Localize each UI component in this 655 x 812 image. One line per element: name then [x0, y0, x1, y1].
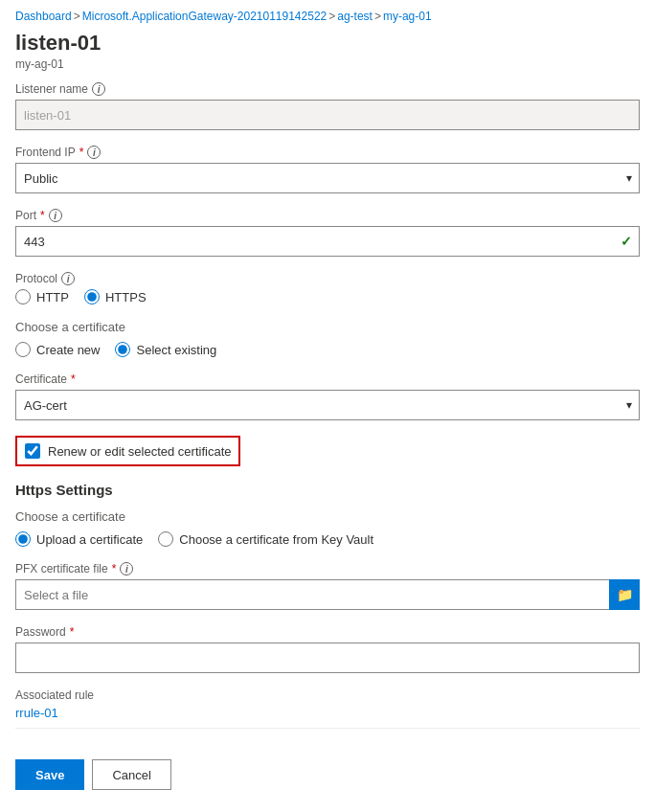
select-existing-radio[interactable] [115, 342, 130, 357]
protocol-http-radio[interactable] [15, 289, 31, 304]
choose-certificate-label: Choose a certificate [15, 320, 640, 334]
button-row: Save Cancel [0, 744, 655, 805]
pfx-file-input-wrapper: 📁 [15, 579, 640, 610]
password-label: Password * [15, 625, 640, 639]
port-check-icon: ✓ [621, 234, 632, 249]
frontend-ip-info-icon[interactable]: i [87, 146, 101, 159]
password-input[interactable] [15, 643, 640, 673]
https-cert-radio-group: Upload a certificate Choose a certificat… [15, 531, 640, 547]
password-group: Password * [15, 625, 640, 673]
frontend-ip-select[interactable]: Public Private [15, 163, 640, 193]
keyvault-cert-radio[interactable] [158, 531, 173, 547]
cancel-button[interactable]: Cancel [92, 759, 170, 790]
renew-edit-checkbox[interactable] [25, 443, 40, 459]
https-settings-group: Https Settings Choose a certificate Uplo… [15, 482, 640, 547]
protocol-info-icon[interactable]: i [61, 272, 75, 285]
pfx-file-browse-button[interactable]: 📁 [609, 579, 640, 610]
create-new-radio[interactable] [15, 342, 31, 357]
port-group: Port * i ✓ [15, 209, 640, 257]
listener-name-info-icon[interactable]: i [92, 82, 105, 96]
https-settings-title: Https Settings [15, 482, 640, 498]
protocol-http-option[interactable]: HTTP [15, 289, 69, 304]
breadcrumb: Dashboard > Microsoft.ApplicationGateway… [0, 0, 655, 27]
certificate-select-wrapper: AG-cert ▾ [15, 390, 640, 420]
certificate-select[interactable]: AG-cert [15, 390, 640, 420]
pfx-file-label: PFX certificate file * i [15, 562, 640, 575]
renew-edit-checkbox-row[interactable]: Renew or edit selected certificate [15, 436, 240, 466]
breadcrumb-dashboard[interactable]: Dashboard [15, 10, 72, 23]
https-choose-cert-label: Choose a certificate [15, 509, 640, 524]
pfx-file-group: PFX certificate file * i 📁 [15, 562, 640, 610]
port-label: Port * i [15, 209, 640, 222]
protocol-label: Protocol i [15, 272, 640, 285]
frontend-ip-select-wrapper: Public Private ▾ [15, 163, 640, 193]
protocol-radio-group: HTTP HTTPS [15, 289, 640, 304]
folder-icon: 📁 [617, 587, 633, 602]
upload-cert-radio[interactable] [15, 531, 31, 547]
frontend-ip-group: Frontend IP * i Public Private ▾ [15, 146, 640, 193]
certificate-group: Certificate * AG-cert ▾ [15, 372, 640, 420]
port-input[interactable] [15, 226, 640, 257]
save-button[interactable]: Save [15, 759, 84, 790]
certificate-label: Certificate * [15, 372, 640, 386]
choose-certificate-group: Choose a certificate Create new Select e… [15, 320, 640, 357]
page-subtitle: my-ag-01 [0, 57, 655, 82]
port-info-icon[interactable]: i [49, 209, 62, 222]
page-title: listen-01 [0, 27, 655, 57]
protocol-https-option[interactable]: HTTPS [84, 289, 147, 304]
frontend-ip-label: Frontend IP * i [15, 146, 640, 159]
associated-rule-group: Associated rule rrule-01 [15, 688, 640, 729]
listener-name-group: Listener name i [15, 82, 640, 130]
protocol-https-radio[interactable] [84, 289, 100, 304]
create-new-option[interactable]: Create new [15, 342, 100, 357]
breadcrumb-gateway[interactable]: Microsoft.ApplicationGateway-20210119142… [82, 10, 328, 23]
upload-cert-option[interactable]: Upload a certificate [15, 531, 143, 547]
associated-rule-link[interactable]: rrule-01 [15, 706, 640, 729]
keyvault-cert-option[interactable]: Choose a certificate from Key Vault [158, 531, 373, 547]
renew-edit-label: Renew or edit selected certificate [48, 444, 231, 459]
breadcrumb-my-ag-01[interactable]: my-ag-01 [383, 10, 432, 23]
listener-name-input[interactable] [15, 100, 640, 130]
pfx-file-input[interactable] [15, 579, 609, 610]
protocol-group: Protocol i HTTP HTTPS [15, 272, 640, 304]
breadcrumb-ag-test[interactable]: ag-test [337, 10, 373, 23]
pfx-file-info-icon[interactable]: i [120, 562, 133, 575]
port-input-wrapper: ✓ [15, 226, 640, 257]
associated-rule-label: Associated rule [15, 688, 640, 702]
choose-certificate-radio-group: Create new Select existing [15, 342, 640, 357]
select-existing-option[interactable]: Select existing [115, 342, 216, 357]
listener-name-label: Listener name i [15, 82, 640, 96]
